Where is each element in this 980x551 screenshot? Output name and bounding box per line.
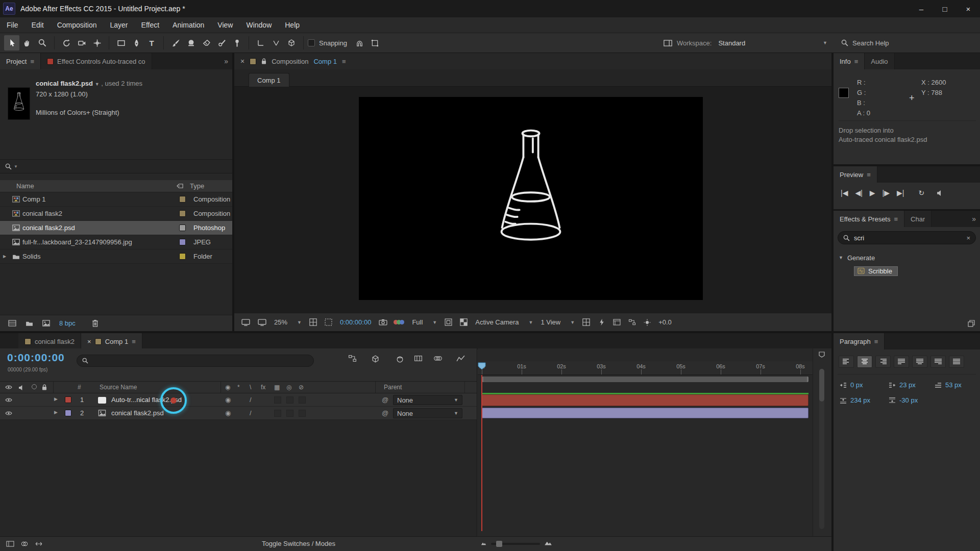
indent-right-margin-field[interactable]: 23 px (889, 381, 916, 389)
puppet-pin-tool-button[interactable] (229, 35, 244, 51)
pan-behind-tool-button[interactable] (89, 35, 105, 51)
time-ruler[interactable]: 0s 01s 02s 03s 04s 05s 06s 07s 08s (478, 361, 813, 375)
zoom-dropdown-icon[interactable]: ▼ (297, 320, 302, 325)
tab-character[interactable]: Char (904, 211, 932, 227)
mask-visibility-icon[interactable] (325, 318, 332, 326)
switch-header-collapse-icon[interactable]: ◉ (225, 384, 230, 391)
pen-tool-button[interactable] (129, 35, 144, 51)
resolution-dropdown-icon[interactable]: ▼ (432, 320, 437, 325)
menu-effect[interactable]: Effect (135, 17, 166, 33)
snapping-checkbox[interactable] (308, 39, 315, 46)
shape-tool-button[interactable] (113, 35, 129, 51)
new-folder-icon[interactable] (26, 320, 33, 327)
selection-tool-button[interactable] (4, 35, 19, 51)
project-bpc-label[interactable]: 8 bpc (59, 319, 76, 327)
region-of-interest-icon[interactable] (445, 318, 452, 326)
align-center-button[interactable] (857, 356, 872, 368)
view-layout-dropdown-icon[interactable]: ▼ (570, 320, 575, 325)
layer-switch-cell[interactable] (286, 396, 293, 404)
label-color-chip[interactable] (179, 224, 186, 231)
switch-header-motion-blur-icon[interactable]: ◎ (286, 384, 291, 391)
layer-quality-icon[interactable]: / (250, 409, 252, 417)
tab-audio[interactable]: Audio (865, 53, 894, 69)
layer-switch-cell[interactable] (299, 396, 306, 404)
draft-3d-icon[interactable] (371, 355, 380, 363)
search-help-icon[interactable] (841, 39, 848, 46)
indent-right-value[interactable]: 23 px (899, 381, 916, 389)
project-search-dropdown-icon[interactable]: ▼ (14, 164, 18, 169)
timeline-track-area[interactable]: 0s 01s 02s 03s 04s 05s 06s 07s 08s (478, 348, 831, 536)
tab-effects-presets[interactable]: Effects & Presets ≡ (834, 211, 904, 227)
timeline-panel-menu-icon[interactable]: ≡ (132, 338, 136, 345)
snap-layers-icon[interactable] (368, 35, 383, 51)
indent-left-margin-field[interactable]: 0 px (840, 381, 863, 389)
layer-collapse-icon[interactable]: ◉ (225, 396, 231, 404)
layer-row-1[interactable]: ▶ 1 Auto-tr...nical flask2.psd ◉ / @ Non… (0, 393, 477, 407)
parent-dropdown[interactable]: None ▼ (393, 408, 462, 418)
mute-audio-icon[interactable] (937, 190, 943, 196)
parent-pickwhip-icon[interactable]: @ (382, 396, 388, 404)
project-row-comp1[interactable]: Comp 1 Composition (0, 192, 232, 207)
zoom-in-mountain-icon[interactable] (544, 540, 552, 546)
fast-previews-icon[interactable] (598, 318, 605, 326)
interpret-footage-icon[interactable] (8, 320, 16, 327)
layer1-duration-bar[interactable] (482, 394, 808, 406)
switch-header-frame-blend-icon[interactable]: ▦ (274, 384, 280, 391)
effects-search-input[interactable] (854, 234, 946, 242)
hand-tool-button[interactable] (19, 35, 35, 51)
always-preview-icon[interactable] (241, 319, 250, 326)
parent-dropdown[interactable]: None ▼ (393, 395, 462, 405)
effects-group-generate[interactable]: ▼ Generate (834, 252, 980, 264)
project-item-name[interactable]: conical flask2.psd (36, 80, 93, 87)
layer-switch-cell[interactable] (274, 410, 281, 417)
label-color-chip[interactable] (179, 239, 186, 245)
type-tool-button[interactable]: T (144, 35, 159, 51)
effects-tabs-overflow-icon[interactable]: » (968, 211, 980, 227)
toggle-transfer-controls-icon[interactable] (20, 540, 29, 547)
scrollbar-thumb[interactable] (819, 369, 824, 402)
timeline-button-icon[interactable] (613, 319, 621, 325)
menu-layer[interactable]: Layer (104, 17, 135, 33)
layer-expander-icon[interactable]: ▶ (54, 396, 58, 402)
project-row-conical-flask2-psd[interactable]: conical flask2.psd Photoshop (0, 221, 232, 235)
first-line-indent-value[interactable]: 53 px (945, 381, 962, 389)
snap-options-icon[interactable] (352, 35, 368, 51)
toggle-layer-switches-icon[interactable] (6, 540, 14, 547)
menu-file[interactable]: File (0, 17, 25, 33)
folder-expander-icon[interactable]: ▶ (0, 254, 9, 259)
comp-marker-bin-icon[interactable] (818, 352, 825, 358)
eye-column-icon[interactable] (5, 385, 12, 390)
loop-button-icon[interactable]: ↻ (918, 189, 924, 197)
switch-header-fx-icon[interactable]: fx (261, 384, 265, 391)
graph-editor-icon[interactable] (456, 355, 465, 362)
eraser-tool-button[interactable] (199, 35, 214, 51)
menu-help[interactable]: Help (278, 17, 306, 33)
project-panel-menu-icon[interactable]: ≡ (30, 58, 34, 65)
magnification-icon[interactable] (258, 319, 266, 326)
preview-panel-menu-icon[interactable]: ≡ (867, 171, 871, 179)
grid-guides-icon[interactable] (309, 318, 317, 326)
tab-project[interactable]: Project ≡ (0, 53, 41, 69)
minimize-button[interactable]: – (910, 0, 933, 17)
column-type-header[interactable]: Type (190, 182, 204, 190)
justify-last-left-button[interactable] (894, 356, 909, 368)
column-name-header[interactable]: Name (0, 182, 34, 190)
justify-all-button[interactable] (949, 356, 964, 368)
composition-panel-menu-icon[interactable]: ≡ (342, 58, 346, 65)
rotation-tool-button[interactable] (59, 35, 74, 51)
flowchart-icon[interactable] (628, 319, 636, 325)
layer-switch-cell[interactable] (274, 396, 281, 404)
label-column-icon[interactable] (177, 183, 183, 189)
show-channel-icon[interactable] (395, 320, 404, 324)
audio-column-icon[interactable] (18, 385, 24, 391)
reset-exposure-icon[interactable] (644, 319, 651, 326)
align-left-button[interactable] (839, 356, 854, 368)
align-right-button[interactable] (875, 356, 891, 368)
composition-tab-comp-name[interactable]: Comp 1 (313, 58, 337, 65)
layer-color-chip[interactable] (65, 410, 71, 416)
local-axis-mode-icon[interactable] (253, 35, 268, 51)
composition-tab-label[interactable]: Composition (272, 58, 308, 65)
menu-edit[interactable]: Edit (25, 17, 51, 33)
transparency-grid-icon[interactable] (460, 318, 468, 326)
maximize-button[interactable]: □ (933, 0, 957, 17)
